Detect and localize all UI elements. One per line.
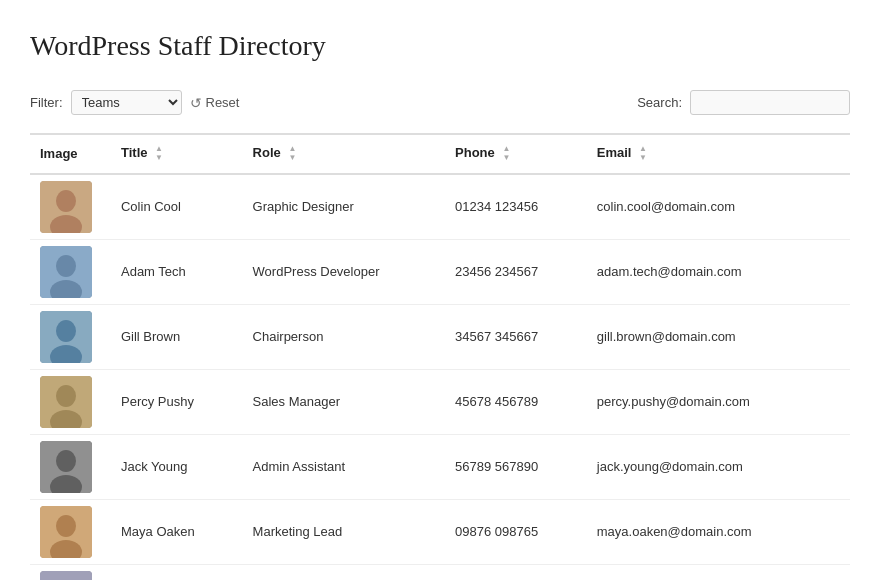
search-input[interactable] [690, 90, 850, 115]
cell-image [30, 304, 111, 369]
cell-role: Sales Manager [243, 369, 445, 434]
col-header-image: Image [30, 134, 111, 174]
avatar [40, 571, 92, 580]
cell-email: colin.cool@domain.com [587, 174, 850, 240]
search-label: Search: [637, 95, 682, 110]
cell-email: gill.brown@domain.com [587, 304, 850, 369]
cell-role: Admin Assistant [243, 434, 445, 499]
cell-phone: 09876 098765 [445, 499, 587, 564]
cell-phone: 87654 876543 [445, 564, 587, 580]
avatar [40, 376, 92, 428]
staff-table: Image Title ▲▼ Role ▲▼ Phone ▲▼ Email ▲▼… [30, 133, 850, 580]
cell-role: WordPress Developer [243, 239, 445, 304]
cell-role: Finance Director [243, 564, 445, 580]
cell-role: Marketing Lead [243, 499, 445, 564]
cell-phone: 23456 234567 [445, 239, 587, 304]
col-header-phone[interactable]: Phone ▲▼ [445, 134, 587, 174]
svg-point-7 [56, 320, 76, 342]
cell-name: Adam Tech [111, 239, 243, 304]
table-row: Adam TechWordPress Developer23456 234567… [30, 239, 850, 304]
cell-name: Gill Brown [111, 304, 243, 369]
svg-point-13 [56, 450, 76, 472]
cell-image [30, 369, 111, 434]
filter-group: Filter: TeamsAllDesignDevelopmentManagem… [30, 90, 239, 115]
cell-name: Colin Cool [111, 174, 243, 240]
avatar [40, 311, 92, 363]
col-header-role[interactable]: Role ▲▼ [243, 134, 445, 174]
cell-role: Graphic Designer [243, 174, 445, 240]
svg-point-1 [56, 190, 76, 212]
table-header-row: Image Title ▲▼ Role ▲▼ Phone ▲▼ Email ▲▼ [30, 134, 850, 174]
table-row: Maya OakenMarketing Lead09876 098765maya… [30, 499, 850, 564]
cell-role: Chairperson [243, 304, 445, 369]
reset-button[interactable]: ↺ Reset [190, 95, 240, 111]
cell-name: Sarah Sloane [111, 564, 243, 580]
avatar [40, 441, 92, 493]
svg-point-4 [56, 255, 76, 277]
avatar [40, 181, 92, 233]
svg-rect-18 [40, 571, 92, 580]
cell-email: maya.oaken@domain.com [587, 499, 850, 564]
cell-name: Jack Young [111, 434, 243, 499]
col-header-email[interactable]: Email ▲▼ [587, 134, 850, 174]
filter-label: Filter: [30, 95, 63, 110]
controls-bar: Filter: TeamsAllDesignDevelopmentManagem… [30, 90, 850, 115]
reset-icon: ↺ [190, 95, 202, 111]
avatar [40, 506, 92, 558]
table-row: Gill BrownChairperson34567 345667gill.br… [30, 304, 850, 369]
table-row: Sarah SloaneFinance Director87654 876543… [30, 564, 850, 580]
cell-phone: 45678 456789 [445, 369, 587, 434]
search-group: Search: [637, 90, 850, 115]
reset-label: Reset [206, 95, 240, 110]
cell-image [30, 564, 111, 580]
avatar [40, 246, 92, 298]
col-header-title[interactable]: Title ▲▼ [111, 134, 243, 174]
cell-image [30, 434, 111, 499]
svg-point-16 [56, 515, 76, 537]
cell-phone: 01234 123456 [445, 174, 587, 240]
cell-name: Maya Oaken [111, 499, 243, 564]
table-row: Percy PushySales Manager45678 456789perc… [30, 369, 850, 434]
cell-email: jack.young@domain.com [587, 434, 850, 499]
table-row: Jack YoungAdmin Assistant56789 567890jac… [30, 434, 850, 499]
cell-email: percy.pushy@domain.com [587, 369, 850, 434]
page-title: WordPress Staff Directory [30, 30, 850, 62]
cell-email: adam.tech@domain.com [587, 239, 850, 304]
cell-image [30, 174, 111, 240]
svg-point-10 [56, 385, 76, 407]
cell-phone: 34567 345667 [445, 304, 587, 369]
cell-email: sarah.sloane@domain.com [587, 564, 850, 580]
cell-image [30, 499, 111, 564]
cell-phone: 56789 567890 [445, 434, 587, 499]
cell-name: Percy Pushy [111, 369, 243, 434]
table-row: Colin CoolGraphic Designer01234 123456co… [30, 174, 850, 240]
cell-image [30, 239, 111, 304]
filter-select[interactable]: TeamsAllDesignDevelopmentManagementMarke… [71, 90, 182, 115]
